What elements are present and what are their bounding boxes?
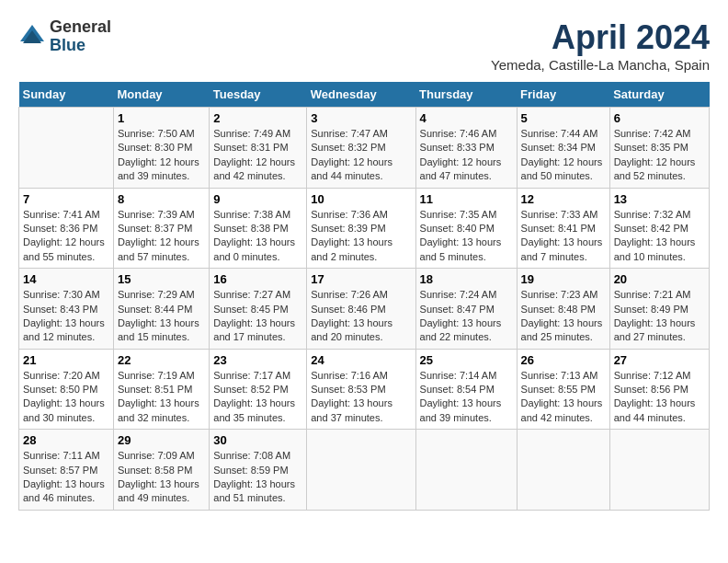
calendar-day: 19Sunrise: 7:23 AMSunset: 8:48 PMDayligh… [517,269,609,350]
calendar-day: 5Sunrise: 7:44 AMSunset: 8:34 PMDaylight… [517,108,609,189]
day-number: 21 [23,353,109,367]
day-info: Sunrise: 7:24 AMSunset: 8:47 PMDaylight:… [420,289,502,342]
day-info: Sunrise: 7:19 AMSunset: 8:51 PMDaylight:… [118,370,199,423]
day-info: Sunrise: 7:36 AMSunset: 8:39 PMDaylight:… [311,209,392,262]
day-info: Sunrise: 7:13 AMSunset: 8:55 PMDaylight:… [521,370,603,423]
calendar-day: 18Sunrise: 7:24 AMSunset: 8:47 PMDayligh… [415,269,517,350]
header-day: Monday [113,82,209,108]
day-info: Sunrise: 7:44 AMSunset: 8:34 PMDaylight:… [521,128,603,181]
calendar-day: 22Sunrise: 7:19 AMSunset: 8:51 PMDayligh… [113,349,209,430]
calendar-day: 4Sunrise: 7:46 AMSunset: 8:33 PMDaylight… [415,108,517,189]
calendar-day: 13Sunrise: 7:32 AMSunset: 8:42 PMDayligh… [609,188,709,269]
day-number: 3 [311,111,411,125]
calendar-day: 21Sunrise: 7:20 AMSunset: 8:50 PMDayligh… [19,349,114,430]
day-info: Sunrise: 7:08 AMSunset: 8:59 PMDaylight:… [213,450,295,503]
day-number: 22 [118,353,205,367]
calendar-day: 17Sunrise: 7:26 AMSunset: 8:46 PMDayligh… [307,269,415,350]
header-day: Sunday [19,82,114,108]
day-info: Sunrise: 7:14 AMSunset: 8:54 PMDaylight:… [420,370,502,423]
day-number: 2 [213,111,302,125]
calendar-day: 26Sunrise: 7:13 AMSunset: 8:55 PMDayligh… [517,349,609,430]
day-number: 11 [420,192,513,206]
day-info: Sunrise: 7:38 AMSunset: 8:38 PMDaylight:… [213,209,295,262]
calendar-day: 30Sunrise: 7:08 AMSunset: 8:59 PMDayligh… [210,430,307,511]
subtitle: Yemeda, Castille-La Mancha, Spain [491,57,710,73]
day-number: 19 [521,272,606,286]
calendar-day: 25Sunrise: 7:14 AMSunset: 8:54 PMDayligh… [415,349,517,430]
day-number: 5 [521,111,606,125]
day-info: Sunrise: 7:32 AMSunset: 8:42 PMDaylight:… [614,209,696,262]
day-info: Sunrise: 7:42 AMSunset: 8:35 PMDaylight:… [614,128,696,181]
day-info: Sunrise: 7:27 AMSunset: 8:45 PMDaylight:… [213,289,295,342]
day-number: 4 [420,111,513,125]
day-info: Sunrise: 7:50 AMSunset: 8:30 PMDaylight:… [118,128,199,181]
header-day: Thursday [415,82,517,108]
logo-text: General Blue [50,18,111,55]
calendar-week: 14Sunrise: 7:30 AMSunset: 8:43 PMDayligh… [19,269,710,350]
day-number: 25 [420,353,513,367]
logo: General Blue [18,18,111,55]
day-info: Sunrise: 7:09 AMSunset: 8:58 PMDaylight:… [118,450,199,503]
calendar-table: SundayMondayTuesdayWednesdayThursdayFrid… [18,82,710,511]
calendar-week: 7Sunrise: 7:41 AMSunset: 8:36 PMDaylight… [19,188,710,269]
calendar-day: 29Sunrise: 7:09 AMSunset: 8:58 PMDayligh… [113,430,209,511]
calendar-body: 1Sunrise: 7:50 AMSunset: 8:30 PMDaylight… [19,108,710,511]
logo-blue: Blue [50,37,111,55]
logo-icon [18,23,46,51]
day-info: Sunrise: 7:46 AMSunset: 8:33 PMDaylight:… [420,128,502,181]
calendar-day: 15Sunrise: 7:29 AMSunset: 8:44 PMDayligh… [113,269,209,350]
calendar-header: SundayMondayTuesdayWednesdayThursdayFrid… [19,82,710,108]
day-number: 13 [614,192,705,206]
calendar-week: 28Sunrise: 7:11 AMSunset: 8:57 PMDayligh… [19,430,710,511]
title-block: April 2024 Yemeda, Castille-La Mancha, S… [491,18,710,73]
calendar-day [307,430,415,511]
day-info: Sunrise: 7:12 AMSunset: 8:56 PMDaylight:… [614,370,696,423]
calendar-day: 27Sunrise: 7:12 AMSunset: 8:56 PMDayligh… [609,349,709,430]
calendar-day: 6Sunrise: 7:42 AMSunset: 8:35 PMDaylight… [609,108,709,189]
day-number: 12 [521,192,606,206]
calendar-day: 24Sunrise: 7:16 AMSunset: 8:53 PMDayligh… [307,349,415,430]
day-info: Sunrise: 7:21 AMSunset: 8:49 PMDaylight:… [614,289,696,342]
day-number: 20 [614,272,705,286]
day-number: 10 [311,192,411,206]
day-info: Sunrise: 7:39 AMSunset: 8:37 PMDaylight:… [118,209,199,262]
day-info: Sunrise: 7:11 AMSunset: 8:57 PMDaylight:… [23,450,105,503]
day-number: 7 [23,192,109,206]
day-info: Sunrise: 7:26 AMSunset: 8:46 PMDaylight:… [311,289,392,342]
day-info: Sunrise: 7:23 AMSunset: 8:48 PMDaylight:… [521,289,603,342]
calendar-day: 1Sunrise: 7:50 AMSunset: 8:30 PMDaylight… [113,108,209,189]
calendar-day: 20Sunrise: 7:21 AMSunset: 8:49 PMDayligh… [609,269,709,350]
day-number: 15 [118,272,205,286]
calendar-day: 3Sunrise: 7:47 AMSunset: 8:32 PMDaylight… [307,108,415,189]
calendar-day: 9Sunrise: 7:38 AMSunset: 8:38 PMDaylight… [210,188,307,269]
header-day: Wednesday [307,82,415,108]
day-number: 16 [213,272,302,286]
day-number: 30 [213,433,302,447]
calendar-day: 12Sunrise: 7:33 AMSunset: 8:41 PMDayligh… [517,188,609,269]
calendar-day: 23Sunrise: 7:17 AMSunset: 8:52 PMDayligh… [210,349,307,430]
main-title: April 2024 [491,18,710,57]
calendar-day [415,430,517,511]
day-number: 6 [614,111,705,125]
day-info: Sunrise: 7:35 AMSunset: 8:40 PMDaylight:… [420,209,502,262]
day-number: 1 [118,111,205,125]
day-number: 18 [420,272,513,286]
calendar-day [609,430,709,511]
header-day: Friday [517,82,609,108]
calendar-day: 16Sunrise: 7:27 AMSunset: 8:45 PMDayligh… [210,269,307,350]
calendar-day: 8Sunrise: 7:39 AMSunset: 8:37 PMDaylight… [113,188,209,269]
calendar-day [517,430,609,511]
calendar-day: 28Sunrise: 7:11 AMSunset: 8:57 PMDayligh… [19,430,114,511]
calendar-day: 10Sunrise: 7:36 AMSunset: 8:39 PMDayligh… [307,188,415,269]
day-info: Sunrise: 7:17 AMSunset: 8:52 PMDaylight:… [213,370,295,423]
header-row: SundayMondayTuesdayWednesdayThursdayFrid… [19,82,710,108]
calendar-day: 2Sunrise: 7:49 AMSunset: 8:31 PMDaylight… [210,108,307,189]
header-day: Saturday [609,82,709,108]
day-number: 26 [521,353,606,367]
day-info: Sunrise: 7:33 AMSunset: 8:41 PMDaylight:… [521,209,603,262]
day-info: Sunrise: 7:29 AMSunset: 8:44 PMDaylight:… [118,289,199,342]
day-number: 14 [23,272,109,286]
calendar-day [19,108,114,189]
day-number: 28 [23,433,109,447]
day-number: 9 [213,192,302,206]
